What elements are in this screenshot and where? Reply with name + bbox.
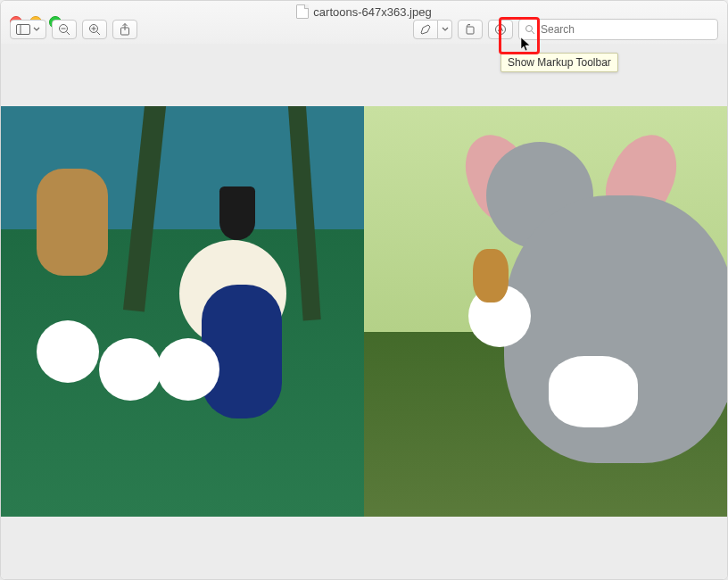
preview-window: cartoons-647x363.jpeg — [0, 0, 728, 580]
image-right-half — [364, 106, 727, 517]
highlight-button[interactable] — [413, 20, 438, 39]
left-toolbar-group — [10, 20, 137, 39]
share-icon — [120, 23, 130, 36]
filename-label: cartoons-647x363.jpeg — [313, 5, 431, 19]
chevron-down-icon — [33, 27, 40, 32]
tooltip-text: Show Markup Toolbar — [508, 56, 611, 69]
image-viewport[interactable] — [1, 106, 727, 517]
zoom-out-icon — [58, 23, 70, 36]
highlight-icon — [419, 24, 432, 35]
image-left-half — [1, 106, 364, 517]
zoom-in-button[interactable] — [82, 20, 107, 39]
highlight-dropdown-chevron[interactable] — [438, 20, 452, 39]
rotate-icon — [464, 24, 476, 35]
chevron-down-icon — [442, 27, 449, 32]
svg-line-3 — [67, 32, 70, 36]
markup-icon — [494, 23, 507, 36]
zoom-out-button[interactable] — [52, 20, 77, 39]
file-icon — [296, 4, 309, 19]
content-area — [1, 44, 727, 579]
rotate-button[interactable] — [458, 20, 483, 39]
svg-point-13 — [526, 26, 533, 32]
zoom-in-icon — [88, 23, 101, 36]
svg-line-6 — [97, 32, 101, 36]
svg-line-14 — [532, 31, 534, 34]
markup-button[interactable] — [488, 20, 513, 39]
sidebar-button[interactable] — [10, 20, 46, 39]
titlebar: cartoons-647x363.jpeg — [1, 1, 727, 45]
search-input[interactable] — [539, 22, 712, 37]
window-title: cartoons-647x363.jpeg — [1, 4, 727, 19]
svg-rect-0 — [17, 25, 30, 35]
share-button[interactable] — [112, 20, 137, 39]
highlight-dropdown — [413, 20, 452, 39]
sidebar-icon — [16, 24, 30, 35]
toolbar — [10, 19, 718, 40]
right-toolbar-group — [413, 19, 718, 40]
markup-tooltip: Show Markup Toolbar — [500, 53, 618, 72]
search-icon — [525, 24, 535, 35]
search-field[interactable] — [518, 19, 718, 40]
svg-rect-11 — [467, 27, 474, 34]
